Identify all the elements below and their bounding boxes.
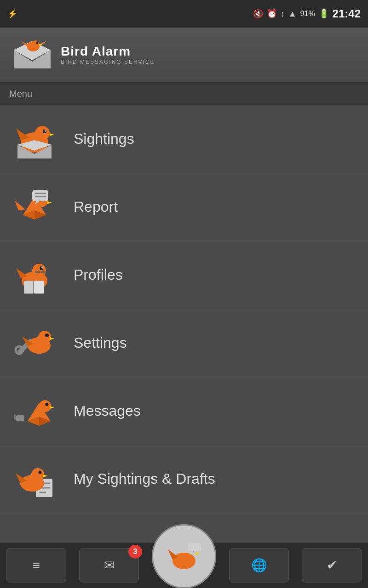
app-name: Bird Alarm [61,44,155,59]
menu-item-profiles[interactable]: Profiles [0,241,368,309]
svg-rect-44 [16,415,24,421]
alarm-icon: ⏰ [267,9,277,19]
svg-marker-21 [47,201,52,204]
report-label: Report [74,198,118,215]
svg-marker-26 [15,200,25,210]
menu-section-label: Menu [0,83,368,105]
svg-point-9 [35,126,50,141]
svg-marker-12 [50,133,54,136]
report-icon [9,184,60,230]
svg-point-61 [172,553,196,569]
usb-icon: ⚡ [7,9,17,19]
menu-item-settings[interactable]: Settings [0,309,368,377]
svg-rect-67 [188,543,201,551]
menu-item-messages[interactable]: Messages [0,377,368,445]
status-time: 21:42 [333,7,361,20]
envelope-icon: ✉ [104,558,115,573]
app-header: Bird Alarm BIRD MESSAGING SERVICE [0,28,368,83]
svg-point-30 [41,267,43,269]
status-right: 🔇 ⏰ ↕ ▲ 91% 🔋 21:42 [253,7,361,20]
svg-point-58 [39,471,42,474]
battery-percent: 91% [300,10,315,18]
svg-marker-59 [43,475,48,477]
status-left: ⚡ [7,9,17,19]
menu-label-text: Menu [9,89,32,99]
status-bar: ⚡ 🔇 ⏰ ↕ ▲ 91% 🔋 21:42 [0,0,368,28]
bottom-navigation: ≡ ✉ 3 🌐 ✔ [0,542,368,588]
my-sightings-label: My Sightings & Drafts [74,470,215,487]
svg-point-41 [45,334,49,337]
hamburger-icon: ≡ [33,558,40,573]
header-logo: Bird Alarm BIRD MESSAGING SERVICE [9,36,155,73]
svg-rect-34 [34,281,44,294]
settings-icon [9,320,60,366]
checkmark-icon: ✔ [327,558,337,573]
settings-label: Settings [74,334,127,351]
sightings-label: Sightings [74,130,134,147]
svg-point-40 [38,331,51,344]
svg-point-50 [46,403,49,406]
svg-point-28 [32,264,46,277]
bottom-center-button[interactable] [152,524,216,588]
battery-icon: 🔋 [319,9,329,19]
signal-icon: ▲ [288,9,297,19]
header-text: Bird Alarm BIRD MESSAGING SERVICE [61,44,155,65]
app-subtitle: BIRD MESSAGING SERVICE [61,59,155,65]
menu-item-my-sightings[interactable]: My Sightings & Drafts [0,445,368,513]
menu-item-report[interactable]: Report [0,173,368,241]
svg-marker-45 [14,413,16,421]
svg-point-32 [40,271,46,273]
bottom-menu-button[interactable]: ≡ [6,548,66,582]
svg-point-10 [43,130,46,133]
svg-marker-65 [196,552,200,555]
messages-icon [9,388,60,434]
app-logo-icon [9,36,55,73]
bottom-globe-button[interactable]: 🌐 [229,548,289,582]
svg-marker-42 [50,337,54,340]
message-badge: 3 [128,545,142,559]
svg-marker-6 [39,41,47,46]
svg-point-49 [39,400,51,412]
center-bird-icon [163,536,205,577]
globe-icon: 🌐 [251,558,267,573]
svg-point-29 [40,266,43,270]
profiles-icon [9,252,60,298]
sync-icon: ↕ [281,9,285,19]
svg-point-11 [45,130,46,132]
svg-rect-22 [32,190,48,201]
menu-list: Sightings [0,105,368,513]
messages-label: Messages [74,402,141,419]
sightings-icon [9,116,60,162]
profiles-label: Profiles [74,266,123,283]
svg-rect-33 [24,281,34,294]
svg-point-3 [33,40,39,47]
bottom-check-button[interactable]: ✔ [302,548,362,582]
mute-icon: 🔇 [253,9,263,19]
svg-point-31 [35,271,40,273]
svg-point-4 [36,42,39,44]
menu-item-sightings[interactable]: Sightings [0,105,368,173]
bottom-messages-button[interactable]: ✉ 3 [79,548,139,582]
svg-point-57 [31,468,44,481]
my-sightings-icon [9,456,60,502]
svg-marker-51 [50,406,54,409]
